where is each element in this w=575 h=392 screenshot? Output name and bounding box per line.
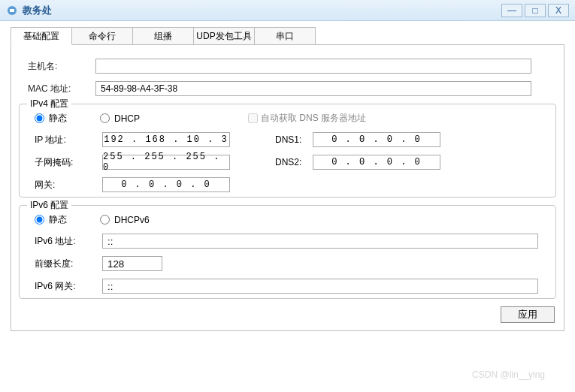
ipv4-legend: IPv4 配置 xyxy=(27,98,71,110)
auto-dns-checkbox[interactable] xyxy=(248,113,258,123)
config-panel: 主机名: MAC 地址: IPv4 配置 静态 DHCP 自动获取 DNS 服务… xyxy=(11,44,564,331)
ipv6-prefix-input[interactable] xyxy=(102,256,162,271)
host-input[interactable] xyxy=(95,59,531,74)
ipv4-fieldset: IPv4 配置 静态 DHCP 自动获取 DNS 服务器地址 IP 地址: 19… xyxy=(19,104,556,198)
apply-button[interactable]: 应用 xyxy=(501,306,555,323)
auto-dns-label: 自动获取 DNS 服务器地址 xyxy=(261,112,366,125)
tab-udp[interactable]: UDP发包工具 xyxy=(193,27,255,45)
svg-rect-1 xyxy=(10,9,14,12)
tab-basic[interactable]: 基础配置 xyxy=(11,27,72,45)
dns1-label: DNS1: xyxy=(275,134,313,145)
titlebar: 教务处 — □ X xyxy=(0,0,575,21)
window-title: 教务处 xyxy=(23,4,499,17)
dns1-input[interactable]: 0 . 0 . 0 . 0 xyxy=(313,132,440,147)
minimize-button[interactable]: — xyxy=(501,4,522,17)
mac-label: MAC 地址: xyxy=(28,83,95,95)
tab-cli[interactable]: 命令行 xyxy=(71,27,133,45)
ipv6-dhcp-radio[interactable] xyxy=(100,215,110,225)
gateway-label: 网关: xyxy=(35,179,102,191)
host-label: 主机名: xyxy=(28,60,95,73)
close-button[interactable]: X xyxy=(548,4,569,17)
ipv6-addr-input[interactable] xyxy=(102,234,538,249)
ipv6-gw-label: IPv6 网关: xyxy=(35,280,102,293)
ipv6-prefix-label: 前缀长度: xyxy=(35,258,102,270)
tab-multicast[interactable]: 组播 xyxy=(132,27,194,45)
mask-input[interactable]: 255 . 255 . 255 . 0 xyxy=(102,155,230,170)
dns2-input[interactable]: 0 . 0 . 0 . 0 xyxy=(313,155,440,170)
ipv6-gw-input[interactable] xyxy=(102,279,538,294)
ipv6-static-label: 静态 xyxy=(49,213,67,226)
ipv6-addr-label: IPv6 地址: xyxy=(35,235,102,248)
ipv6-dhcp-label: DHCPv6 xyxy=(114,215,150,225)
ipv6-fieldset: IPv6 配置 静态 DHCPv6 IPv6 地址: 前缀长度: IPv6 网关… xyxy=(19,205,556,299)
dns2-label: DNS2: xyxy=(275,157,313,167)
maximize-button[interactable]: □ xyxy=(525,4,546,17)
ipv4-static-label: 静态 xyxy=(49,112,67,125)
mask-label: 子网掩码: xyxy=(35,156,102,169)
ipv4-dhcp-radio[interactable] xyxy=(100,113,110,123)
app-icon xyxy=(6,5,18,17)
ip-input[interactable]: 192 . 168 . 10 . 3 xyxy=(102,132,230,147)
ip-label: IP 地址: xyxy=(35,134,102,146)
ipv4-static-radio[interactable] xyxy=(35,113,44,123)
tab-bar: 基础配置 命令行 组播 UDP发包工具 串口 xyxy=(11,27,575,45)
gateway-input[interactable]: 0 . 0 . 0 . 0 xyxy=(102,177,230,192)
mac-input[interactable] xyxy=(95,81,531,96)
tab-serial[interactable]: 串口 xyxy=(254,27,316,45)
ipv6-static-radio[interactable] xyxy=(35,215,44,225)
ipv4-dhcp-label: DHCP xyxy=(114,113,140,124)
ipv6-legend: IPv6 配置 xyxy=(27,199,71,212)
